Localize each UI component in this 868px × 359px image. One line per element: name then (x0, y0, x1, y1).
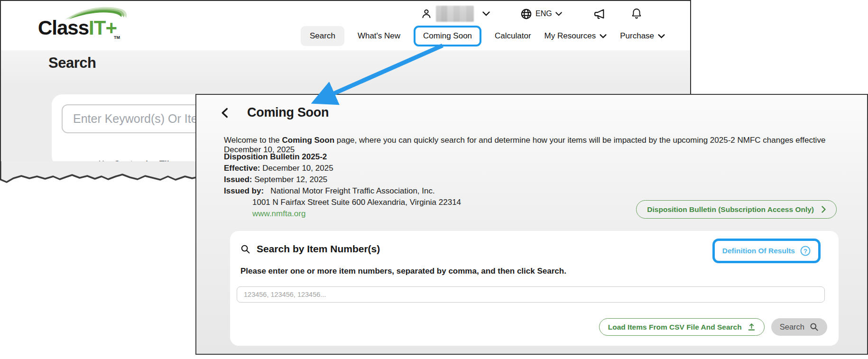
main-nav: Search What's New Coming Soon Calculator… (301, 25, 665, 47)
definition-of-results-link[interactable]: Definition Of Results ? (712, 239, 821, 263)
nav-item-calculator[interactable]: Calculator (495, 31, 531, 41)
nav-item-purchase[interactable]: Purchase (620, 31, 665, 41)
app-header: ClassIT+ TM (1, 1, 690, 50)
item-search-instruction: Please enter one or more item numbers, s… (240, 267, 566, 276)
back-chevron-icon (221, 108, 228, 118)
my-resources-label: My Resources (545, 31, 596, 41)
header-user-row: ENG (421, 5, 642, 23)
bulletin-title: Disposition Bulletin 2025-2 (224, 151, 461, 163)
user-menu-chevron-icon[interactable] (482, 11, 490, 16)
search-icon (240, 244, 250, 254)
bulletin-issued: Issued: September 12, 2025 (224, 174, 461, 185)
search-icon (810, 322, 819, 331)
load-csv-button[interactable]: Load Items From CSV File And Search (599, 318, 765, 336)
user-name-blurred (436, 6, 474, 22)
disposition-bulletin-button[interactable]: Disposition Bulletin (Subscription Acces… (636, 200, 837, 219)
disposition-bulletin-label: Disposition Bulletin (Subscription Acces… (647, 205, 814, 214)
language-chevron-icon (555, 12, 562, 16)
classit-logo[interactable]: ClassIT+ TM (38, 6, 128, 44)
globe-icon (520, 8, 532, 20)
load-csv-label: Load Items From CSV File And Search (608, 323, 742, 331)
coming-soon-panel: Coming Soon Welcome to the Coming Soon p… (195, 94, 868, 355)
bulletin-effective: Effective: December 10, 2025 (224, 163, 461, 174)
panel-header: Coming Soon (221, 105, 329, 120)
item-search-card: Search by Item Number(s) Definition Of R… (230, 231, 839, 346)
language-selector[interactable]: ENG (520, 8, 562, 20)
screenshot-stage: ClassIT+ TM (0, 0, 868, 359)
card-buttons-row: Load Items From CSV File And Search Sear… (599, 318, 827, 336)
chevron-down-icon (600, 34, 607, 38)
user-icon (421, 8, 432, 19)
torn-edge-decoration (0, 161, 199, 189)
chevron-down-icon (658, 34, 665, 38)
bulletin-issued-by: Issued by: National Motor Freight Traffi… (224, 185, 461, 197)
page-title: Search (48, 55, 96, 72)
bulletin-address: 1001 N Fairfax Street Suite 600 Alexandr… (224, 197, 461, 208)
item-search-title: Search by Item Number(s) (257, 243, 380, 255)
upload-icon (748, 323, 756, 331)
language-label: ENG (536, 9, 552, 18)
bulletin-details: Disposition Bulletin 2025-2 Effective: D… (224, 151, 461, 220)
announcements-button[interactable] (593, 8, 606, 20)
megaphone-icon (593, 8, 606, 20)
logo-text: ClassIT+ (38, 18, 117, 38)
chevron-right-icon (822, 206, 826, 213)
bell-icon (631, 8, 642, 20)
back-button[interactable] (221, 108, 228, 118)
help-circle-icon: ? (800, 246, 811, 256)
notifications-button[interactable] (631, 8, 642, 20)
purchase-label: Purchase (620, 31, 654, 41)
item-search-button-label: Search (780, 322, 804, 331)
item-search-button[interactable]: Search (771, 318, 827, 336)
nav-item-search[interactable]: Search (301, 26, 344, 46)
nav-item-whats-new[interactable]: What's New (358, 31, 400, 41)
definition-of-results-label: Definition Of Results (722, 247, 795, 255)
panel-title: Coming Soon (247, 105, 329, 120)
item-numbers-input[interactable] (237, 286, 825, 303)
nav-item-coming-soon[interactable]: Coming Soon (414, 26, 481, 46)
svg-text:?: ? (803, 248, 807, 255)
nav-item-my-resources[interactable]: My Resources (545, 31, 607, 41)
logo-trademark: TM (114, 35, 120, 40)
nmfta-website-link[interactable]: www.nmfta.org (252, 209, 305, 218)
